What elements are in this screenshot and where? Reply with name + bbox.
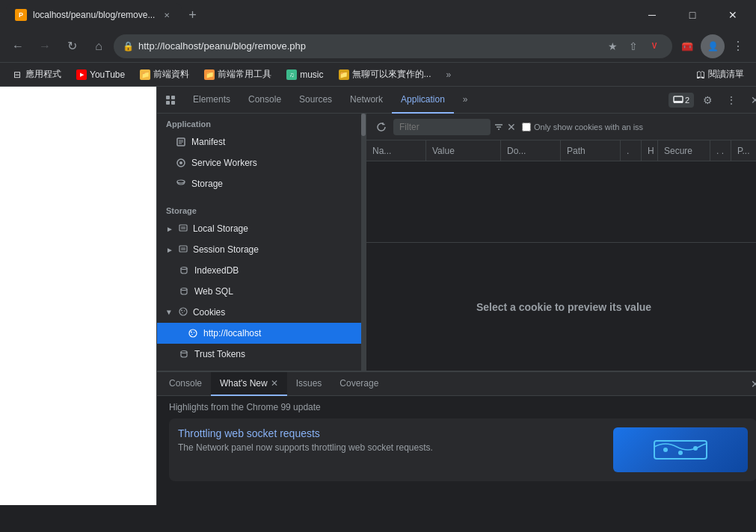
svg-point-32 xyxy=(663,448,668,452)
sidebar-group-cookies[interactable]: ► Cookies xyxy=(157,302,366,323)
browser-tab[interactable]: P localhost/peanu/blog/remove... ✕ xyxy=(6,3,182,27)
more-bookmarks-button[interactable]: » xyxy=(442,67,456,82)
col-header-httponly[interactable]: H xyxy=(642,140,658,161)
menu-button[interactable]: ⋮ xyxy=(726,34,750,58)
close-bottom-panel-button[interactable]: ✕ xyxy=(745,374,756,395)
col-header-samesite[interactable]: . . xyxy=(710,140,731,161)
cookie-preview-text: Select a cookie to preview its value xyxy=(476,301,651,313)
vivaldi-icon[interactable]: V xyxy=(645,37,663,55)
col-header-name[interactable]: Na... xyxy=(366,140,426,161)
filter-input[interactable] xyxy=(393,119,491,135)
settings-button[interactable]: ⚙ xyxy=(697,90,718,111)
bookmark-folder3[interactable]: 📁 無聊可以來實作的... xyxy=(333,66,437,83)
news-card[interactable]: Throttling web socket requests The Netwo… xyxy=(169,418,756,481)
tab-sources[interactable]: Sources xyxy=(290,87,341,114)
sidebar-item-trust-tokens[interactable]: Trust Tokens xyxy=(157,344,366,365)
close-button[interactable]: ✕ xyxy=(716,9,750,21)
reading-list-button[interactable]: 🕮 閱讀清單 xyxy=(690,66,750,83)
maximize-button[interactable]: □ xyxy=(675,9,710,21)
bookmark-folder1[interactable]: 📁 前端資料 xyxy=(134,66,195,83)
col-header-exp[interactable]: . xyxy=(621,140,642,161)
svg-point-23 xyxy=(189,330,197,337)
extensions-button[interactable]: 🧰 xyxy=(675,34,699,58)
toolbar-icons: 🧰 👤 ⋮ xyxy=(675,34,750,58)
bottom-tab-issues[interactable]: Issues xyxy=(287,372,331,396)
svg-point-26 xyxy=(191,334,193,335)
sidebar-item-localhost[interactable]: http://localhost xyxy=(157,323,366,344)
local-storage-label: Local Storage xyxy=(193,223,248,234)
svg-point-25 xyxy=(194,332,195,333)
more-devtools-button[interactable]: ⋮ xyxy=(721,90,742,111)
nav-bar: ← → ↻ ⌂ 🔒 http://localhost/peanu/blog/re… xyxy=(0,30,756,63)
tab-elements[interactable]: Elements xyxy=(184,87,239,114)
only-issues-checkbox[interactable] xyxy=(522,123,531,132)
sidebar-item-storage[interactable]: Storage xyxy=(157,173,366,194)
bottom-tab-coverage[interactable]: Coverage xyxy=(331,372,387,396)
address-bar[interactable]: 🔒 http://localhost/peanu/blog/remove.php… xyxy=(114,34,672,58)
svg-point-18 xyxy=(181,288,187,291)
bottom-tab-whats-new-label: What's New xyxy=(220,378,268,389)
tab-application[interactable]: Application xyxy=(392,87,454,114)
devtools-actions: 2 ⚙ ⋮ ✕ xyxy=(669,90,756,111)
session-storage-icon xyxy=(178,244,188,256)
close-devtools-button[interactable]: ✕ xyxy=(745,90,756,111)
bookmark-star-icon[interactable]: ★ xyxy=(603,37,621,55)
svg-rect-0 xyxy=(166,96,170,99)
tab-network[interactable]: Network xyxy=(341,87,392,114)
service-workers-label: Service Workers xyxy=(191,158,257,168)
forward-button[interactable]: → xyxy=(33,34,57,58)
col-header-path[interactable]: Path xyxy=(561,140,621,161)
bottom-tab-console[interactable]: Console xyxy=(160,372,211,396)
minimize-button[interactable]: ─ xyxy=(635,9,669,21)
devtools-tab-panel-selector[interactable] xyxy=(160,90,181,111)
folder3-icon: 📁 xyxy=(339,69,349,80)
new-tab-button[interactable]: + xyxy=(182,4,203,25)
col-header-value[interactable]: Value xyxy=(426,140,501,161)
close-tab-icon[interactable]: ✕ xyxy=(161,9,173,21)
bookmark-folder3-label: 無聊可以來實作的... xyxy=(352,68,431,81)
only-issues-text: Only show cookies with an iss xyxy=(534,123,643,132)
bottom-tab-issues-label: Issues xyxy=(296,378,322,389)
back-button[interactable]: ← xyxy=(6,34,30,58)
refresh-button[interactable]: ↻ xyxy=(60,34,84,58)
application-section-header: Application xyxy=(157,114,366,132)
share-icon[interactable]: ⇧ xyxy=(624,37,642,55)
close-whats-new-icon[interactable]: ✕ xyxy=(271,378,278,389)
sidebar-item-service-workers[interactable]: Service Workers xyxy=(157,152,366,173)
col-header-priority[interactable]: P... xyxy=(731,140,756,161)
filter-options-icon[interactable] xyxy=(494,122,504,132)
sidebar-item-indexeddb[interactable]: IndexedDB xyxy=(157,260,366,281)
home-button[interactable]: ⌂ xyxy=(87,34,111,58)
sidebar-group-local-storage[interactable]: ► Local Storage xyxy=(157,218,366,239)
svg-point-19 xyxy=(179,308,187,315)
col-header-domain[interactable]: Do... xyxy=(501,140,561,161)
svg-point-33 xyxy=(678,451,683,455)
sidebar-item-manifest[interactable]: Manifest xyxy=(157,132,366,152)
folder2-icon: 📁 xyxy=(204,69,215,80)
col-header-secure[interactable]: Secure xyxy=(658,140,710,161)
indexeddb-label: IndexedDB xyxy=(194,265,239,276)
bottom-tab-console-label: Console xyxy=(169,378,202,389)
refresh-cookies-button[interactable] xyxy=(372,118,390,136)
bookmark-folder2-label: 前端常用工具 xyxy=(218,68,271,81)
bookmark-youtube[interactable]: ▶ YouTube xyxy=(70,67,131,82)
cookie-table-header-row: Na... Value Do... Path . H Secure . . P.… xyxy=(366,140,756,161)
page-content xyxy=(0,87,156,505)
cookies-icon xyxy=(178,306,188,319)
svg-point-17 xyxy=(181,267,187,270)
svg-point-24 xyxy=(191,332,192,333)
tab-console[interactable]: Console xyxy=(239,87,290,114)
svg-point-27 xyxy=(181,351,187,353)
dock-indicator[interactable]: 2 xyxy=(669,93,694,108)
main-area: Elements Console Sources Network Applica… xyxy=(0,87,756,505)
bookmark-apps[interactable]: ⊟ 應用程式 xyxy=(6,66,67,83)
clear-filter-icon[interactable]: ✕ xyxy=(507,121,516,133)
web-sql-label: Web SQL xyxy=(194,286,233,297)
sidebar-group-session-storage[interactable]: ► Session Storage xyxy=(157,239,366,260)
tab-more[interactable]: » xyxy=(454,87,477,114)
user-avatar[interactable]: 👤 xyxy=(701,34,725,58)
bottom-tab-whats-new[interactable]: What's New ✕ xyxy=(211,372,287,396)
bookmark-music[interactable]: ♫ music xyxy=(280,67,329,82)
sidebar-item-web-sql[interactable]: Web SQL xyxy=(157,281,366,302)
bookmark-folder2[interactable]: 📁 前端常用工具 xyxy=(198,66,277,83)
